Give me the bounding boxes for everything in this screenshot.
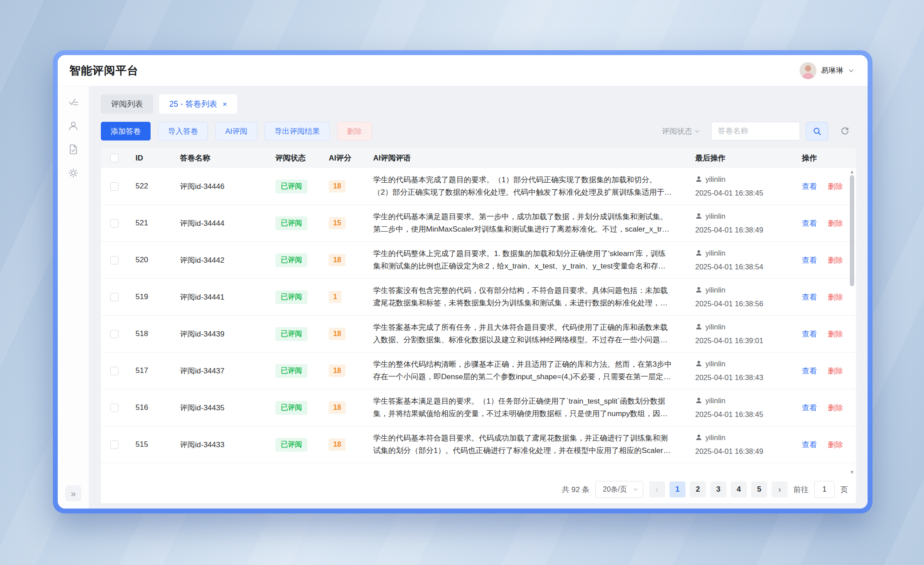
view-link[interactable]: 查看 [802,441,817,449]
view-link[interactable]: 查看 [802,404,817,412]
toolbar: 添加答卷 导入答卷 AI评阅 导出评阅结果 删除 评阅状态 [101,122,856,140]
refresh-icon [840,127,849,136]
operation-time: 2025-04-01 16:38:49 [695,445,794,458]
row-checkbox[interactable] [110,404,119,412]
cell-comment: 学生的代码基本符合题目要求。代码成功加载了鸢尾花数据集，并正确进行了训练集和测试… [365,432,687,457]
refresh-button[interactable] [834,122,856,140]
cell-name: 评阅id-34433 [172,440,267,450]
row-checkbox[interactable] [110,367,119,375]
page-button-3[interactable]: 3 [710,481,726,497]
delete-link[interactable]: 删除 [828,219,843,228]
cell-name: 评阅id-34446 [172,181,267,192]
sidebar-item-review-tasks[interactable] [64,93,82,111]
page-button-4[interactable]: 4 [731,481,747,497]
delete-link[interactable]: 删除 [828,330,843,338]
delete-link[interactable]: 删除 [828,293,843,301]
cell-score: 18 [321,365,365,377]
tab-label: 评阅列表 [111,99,143,109]
operator-name: yilinlin [705,394,725,408]
chevron-down-icon [633,487,638,492]
cell-score: 18 [321,180,365,192]
vertical-scrollbar[interactable]: ▲ ▼ [849,169,855,475]
page-buttons: ‹ 12345 › [649,481,788,497]
person-icon [695,397,702,404]
delete-link[interactable]: 删除 [828,404,843,412]
table-row: 518 评阅id-34439 已评阅 18 学生答案基本完成了所有任务，并且大体… [101,316,856,353]
gear-icon [68,167,79,179]
row-checkbox[interactable] [110,441,119,449]
delete-link[interactable]: 删除 [828,182,843,191]
cell-id: 522 [127,182,172,191]
page-size-select[interactable]: 20条/页 [595,481,643,498]
view-link[interactable]: 查看 [802,293,817,301]
avatar[interactable] [800,62,816,79]
delete-link[interactable]: 删除 [828,441,843,449]
operator-name: yilinlin [705,431,725,445]
score-badge: 18 [329,328,346,340]
page-button-5[interactable]: 5 [751,481,767,497]
row-checkbox[interactable] [110,256,119,264]
import-answer-button[interactable]: 导入答卷 [158,122,208,140]
scroll-down-icon[interactable]: ▼ [850,469,855,475]
row-checkbox[interactable] [110,330,119,338]
cell-name: 评阅id-34441 [172,292,267,302]
scroll-up-icon[interactable]: ▲ [850,169,855,174]
total-count: 共 92 条 [562,485,589,495]
export-results-button[interactable]: 导出评阅结果 [265,122,330,140]
prev-page-button[interactable]: ‹ [649,481,665,497]
sidebar-item-settings[interactable] [64,164,82,182]
app-header: 智能评阅平台 易琳琳 [58,55,868,86]
score-badge: 1 [329,291,342,303]
delete-link[interactable]: 删除 [828,256,843,264]
page-button-1[interactable]: 1 [669,481,685,497]
row-checkbox[interactable] [110,219,119,228]
table-row: 517 评阅id-34437 已评阅 18 学生的整体代码结构清晰，步骤基本正确… [101,353,856,389]
select-all-checkbox[interactable] [110,154,119,162]
search-button[interactable] [806,122,828,140]
cell-score: 18 [321,438,365,451]
review-status-select[interactable]: 评阅状态 [657,122,705,140]
cell-status: 已评阅 [267,290,321,304]
score-badge: 18 [329,254,346,266]
cell-last-op: yilinlin 2025-04-01 16:38:43 [687,357,794,385]
cell-last-op: yilinlin 2025-04-01 16:38:45 [687,394,794,422]
sidebar-collapse-button[interactable]: » [65,485,81,501]
view-link[interactable]: 查看 [802,367,817,375]
view-link[interactable]: 查看 [802,219,817,228]
column-name: 答卷名称 [172,153,267,163]
app-window-frame: 智能评阅平台 易琳琳 [53,50,872,513]
cell-status: 已评阅 [267,438,321,452]
goto-page-input[interactable] [814,481,835,498]
cell-status: 已评阅 [267,253,321,267]
operation-time: 2025-04-01 16:38:56 [695,297,794,311]
scrollbar-thumb[interactable] [850,175,854,286]
operation-time: 2025-04-01 16:38:54 [695,260,794,274]
view-link[interactable]: 查看 [802,182,817,191]
sidebar-item-users[interactable] [64,117,82,135]
status-badge: 已评阅 [275,438,307,452]
ai-review-button[interactable]: AI评阅 [215,122,257,140]
cell-action: 查看 删除 [794,366,856,376]
delete-button[interactable]: 删除 [337,122,372,140]
delete-link[interactable]: 删除 [828,367,843,375]
view-link[interactable]: 查看 [802,330,817,338]
scrollbar-track[interactable] [850,174,854,469]
add-answer-button[interactable]: 添加答卷 [101,122,151,140]
table-row: 521 评阅id-34444 已评阅 15 学生的代码基本满足题目要求。第一步中… [101,205,856,242]
tab-answer-list[interactable]: 25 - 答卷列表 × [159,94,237,114]
row-checkbox[interactable] [110,293,119,301]
double-chevron-right-icon: » [71,489,76,499]
row-checkbox[interactable] [110,182,119,191]
tab-close-icon[interactable]: × [223,100,227,108]
answer-name-input[interactable] [711,122,800,140]
column-score: AI评分 [321,153,365,163]
table-row: 520 评阅id-34442 已评阅 18 学生的代码整体上完成了题目要求。1.… [101,242,856,279]
sidebar-item-documents[interactable] [64,140,82,158]
view-link[interactable]: 查看 [802,256,817,264]
next-page-button[interactable]: › [772,481,788,497]
app-title: 智能评阅平台 [69,63,139,78]
user-menu[interactable]: 易琳琳 [800,62,854,79]
page-button-2[interactable]: 2 [690,481,706,497]
app-window: 智能评阅平台 易琳琳 [58,55,868,509]
tab-review-list[interactable]: 评阅列表 [101,94,153,114]
